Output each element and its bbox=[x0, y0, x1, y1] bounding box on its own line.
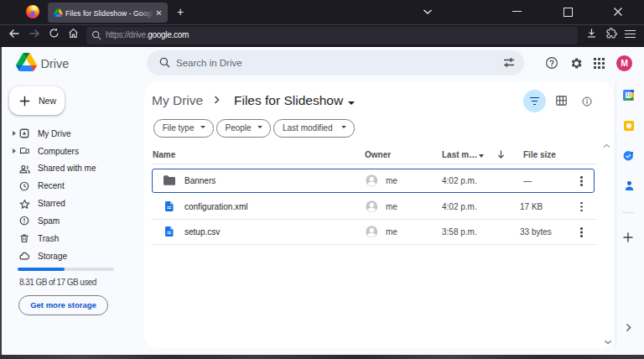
svg-text:31: 31 bbox=[626, 92, 631, 97]
